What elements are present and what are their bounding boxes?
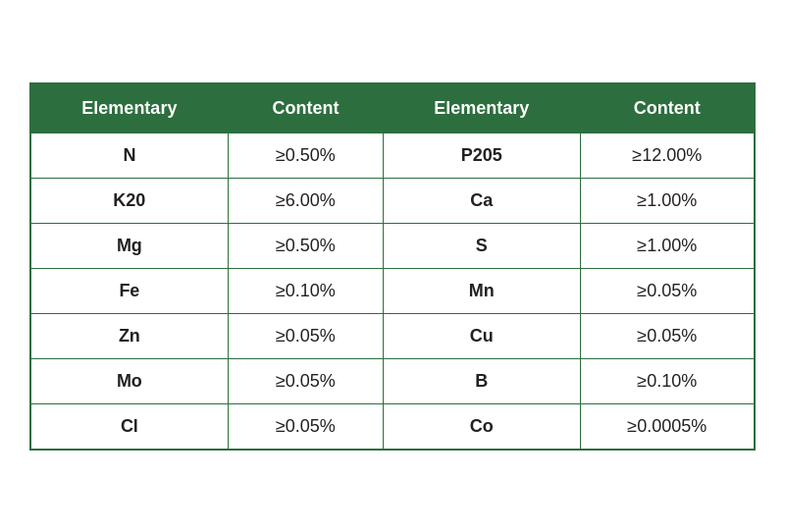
table-row: N≥0.50%P205≥12.00% — [30, 133, 755, 178]
col-header-content-2: Content — [580, 83, 755, 133]
col-header-content-1: Content — [228, 83, 383, 133]
element-content-left: ≥0.10% — [228, 268, 383, 313]
element-name-left: Cl — [30, 403, 228, 450]
elements-table: Elementary Content Elementary Content N≥… — [29, 82, 756, 451]
element-name-right: Mn — [384, 268, 581, 313]
element-content-left: ≥0.50% — [228, 133, 383, 178]
table-row: Mg≥0.50%S≥1.00% — [30, 223, 755, 268]
col-header-elementary-1: Elementary — [30, 83, 228, 133]
element-content-right: ≥1.00% — [580, 223, 755, 268]
element-content-left: ≥0.05% — [228, 313, 383, 358]
element-content-left: ≥0.50% — [228, 223, 383, 268]
element-content-left: ≥6.00% — [228, 178, 383, 223]
element-content-left: ≥0.05% — [228, 358, 383, 403]
table-row: K20≥6.00%Ca≥1.00% — [30, 178, 755, 223]
table-row: Cl≥0.05%Co≥0.0005% — [30, 403, 755, 450]
element-name-right: B — [384, 358, 581, 403]
element-content-left: ≥0.05% — [228, 403, 383, 450]
element-name-left: N — [30, 133, 228, 178]
table-row: Mo≥0.05%B≥0.10% — [30, 358, 755, 403]
table-row: Zn≥0.05%Cu≥0.05% — [30, 313, 755, 358]
col-header-elementary-2: Elementary — [384, 83, 581, 133]
element-name-left: Mo — [30, 358, 228, 403]
element-name-right: Ca — [384, 178, 581, 223]
element-content-right: ≥0.05% — [580, 313, 755, 358]
element-content-right: ≥0.0005% — [580, 403, 755, 450]
table-row: Fe≥0.10%Mn≥0.05% — [30, 268, 755, 313]
element-content-right: ≥0.05% — [580, 268, 755, 313]
element-name-left: K20 — [30, 178, 228, 223]
element-name-left: Fe — [30, 268, 228, 313]
table-body: N≥0.50%P205≥12.00%K20≥6.00%Ca≥1.00%Mg≥0.… — [30, 133, 755, 450]
table-header-row: Elementary Content Elementary Content — [30, 83, 755, 133]
element-name-left: Zn — [30, 313, 228, 358]
table-container: Elementary Content Elementary Content N≥… — [29, 82, 756, 451]
element-content-right: ≥1.00% — [580, 178, 755, 223]
element-name-left: Mg — [30, 223, 228, 268]
element-name-right: Co — [384, 403, 581, 450]
element-content-right: ≥0.10% — [580, 358, 755, 403]
element-name-right: P205 — [384, 133, 581, 178]
element-content-right: ≥12.00% — [580, 133, 755, 178]
element-name-right: S — [384, 223, 581, 268]
element-name-right: Cu — [384, 313, 581, 358]
